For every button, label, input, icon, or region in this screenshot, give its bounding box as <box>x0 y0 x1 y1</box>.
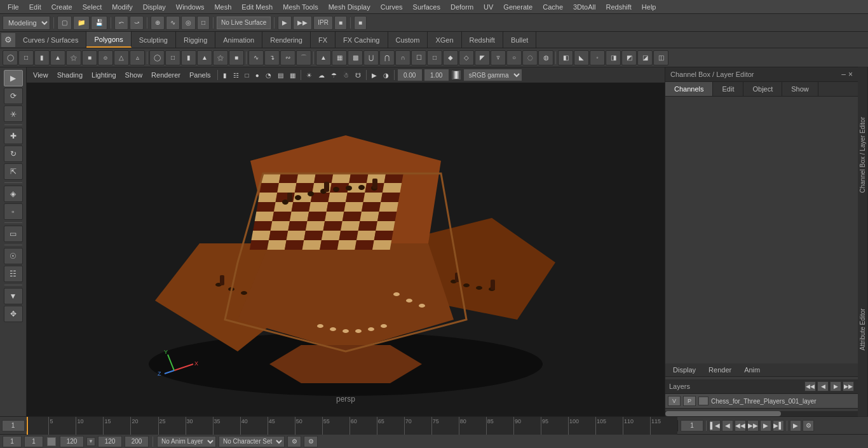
select-tool[interactable]: ▶ <box>4 70 23 86</box>
menu-file[interactable]: File <box>3 2 24 12</box>
subdiv-cube-button[interactable]: □ <box>165 50 180 65</box>
layer-last-button[interactable]: ▶▶ <box>843 381 854 391</box>
new-scene-button[interactable]: ▢ <box>57 16 72 30</box>
vp-val2-input[interactable] <box>424 69 449 81</box>
bezier-curve-button[interactable]: ∾ <box>280 50 295 65</box>
tab-rigging[interactable]: Rigging <box>176 32 215 48</box>
anim-extra-btn[interactable]: ⚙ <box>304 436 318 447</box>
anim-end2-input[interactable] <box>125 436 149 447</box>
snap-grid-button[interactable]: ⊕ <box>151 16 165 30</box>
tab-edit[interactable]: Edit <box>713 82 743 96</box>
combine-button[interactable]: ☐ <box>411 50 426 65</box>
retopo-button[interactable]: ◌ <box>522 50 538 65</box>
no-anim-layer-select[interactable]: No Anim Layer <box>157 436 216 447</box>
soft-mod-tool[interactable]: ◈ <box>4 186 23 202</box>
subdiv-button[interactable]: ◇ <box>459 50 474 65</box>
vp-texture-icon[interactable]: ▤ <box>275 69 286 81</box>
menu-uv[interactable]: UV <box>478 2 498 12</box>
tab-settings-button[interactable]: ⚙ <box>1 33 15 47</box>
play-back-button[interactable]: ◀◀ <box>735 420 746 431</box>
vp-camera-icon[interactable]: ▮ <box>220 69 229 81</box>
layer-playback-button[interactable]: P <box>683 396 696 406</box>
timeline-start-frame[interactable] <box>2 420 25 431</box>
menu-create[interactable]: Create <box>46 2 78 12</box>
disc-button[interactable]: ⌾ <box>98 50 113 65</box>
bridge-button[interactable]: ▦ <box>332 50 347 65</box>
vp-light1-icon[interactable]: ☀ <box>304 69 315 81</box>
gamma-select[interactable]: sRGB gamma <box>463 69 522 81</box>
tab-fx[interactable]: FX <box>311 32 336 48</box>
show-manip-tool[interactable]: ▫ <box>4 203 23 220</box>
wedge-button[interactable]: ◫ <box>653 50 668 65</box>
ipr-button[interactable]: IPR <box>313 16 333 30</box>
vp-grid-icon[interactable]: ☷ <box>231 69 241 81</box>
multi-cut-button[interactable]: ◨ <box>606 50 621 65</box>
torus-button[interactable]: ⚝ <box>66 50 81 65</box>
vp-show-menu[interactable]: Show <box>121 68 147 82</box>
tab-xgen[interactable]: XGen <box>428 32 461 48</box>
loop-button[interactable]: ▶ <box>790 420 801 431</box>
tab-curves-surfaces[interactable]: Curves / Surfaces <box>15 32 86 48</box>
cube-button[interactable]: □ <box>18 50 34 65</box>
snap-mode-button[interactable]: ☉ <box>4 248 23 264</box>
current-frame-input[interactable] <box>681 420 703 431</box>
smooth-button[interactable]: ◆ <box>443 50 458 65</box>
display-sub-tab[interactable]: Display <box>668 365 701 375</box>
panel-close-button[interactable]: × <box>848 70 853 79</box>
menu-cache[interactable]: Cache <box>538 2 568 12</box>
fill-hole-button[interactable]: ◣ <box>574 50 589 65</box>
layer-item[interactable]: V P Chess_for_Three_Players_001_layer <box>665 394 858 409</box>
append-button[interactable]: ◧ <box>558 50 573 65</box>
tab-object[interactable]: Object <box>743 82 782 96</box>
menu-deform[interactable]: Deform <box>445 2 478 12</box>
tab-redshift[interactable]: Redshift <box>462 32 503 48</box>
goto-end-button[interactable]: ▶▌ <box>773 420 784 431</box>
anim-sub-tab[interactable]: Anim <box>739 365 765 375</box>
layer-next-button[interactable]: ▶ <box>830 381 841 391</box>
play-forward-button[interactable]: ▶▶ <box>747 420 759 431</box>
current-frame-input-2[interactable] <box>24 436 43 447</box>
workspace-select[interactable]: Modeling <box>3 16 50 30</box>
bool-inter-button[interactable]: ∩ <box>395 50 410 65</box>
render-settings-button[interactable]: ▶ <box>278 16 292 30</box>
goto-start-button[interactable]: ▌◀ <box>709 420 721 431</box>
vp-panels-menu[interactable]: Panels <box>186 68 215 82</box>
tab-show[interactable]: Show <box>782 82 818 96</box>
plane-button[interactable]: ■ <box>82 50 97 65</box>
vp-playblast-icon[interactable]: ▶ <box>369 69 379 81</box>
menu-mesh-display[interactable]: Mesh Display <box>323 2 376 12</box>
tab-rendering[interactable]: Rendering <box>262 32 311 48</box>
menu-windows[interactable]: Windows <box>171 2 210 12</box>
subdiv-torus-button[interactable]: ⚝ <box>213 50 228 65</box>
bool-union-button[interactable]: ⋃ <box>363 50 379 65</box>
tab-fx-caching[interactable]: FX Caching <box>336 32 388 48</box>
menu-edit-mesh[interactable]: Edit Mesh <box>236 2 278 12</box>
layer-scrollbar-thumb[interactable] <box>665 411 781 416</box>
layer-scrollbar[interactable] <box>665 411 858 416</box>
step-back-button[interactable]: ◀ <box>722 420 733 431</box>
target-weld-button[interactable]: ◦ <box>590 50 605 65</box>
mirror-button[interactable]: ◤ <box>475 50 490 65</box>
menu-modify[interactable]: Modify <box>107 2 137 12</box>
scale-tool[interactable]: ⇱ <box>4 163 23 180</box>
range-end-input[interactable] <box>60 436 84 447</box>
connect-button[interactable]: ◩ <box>621 50 637 65</box>
menu-redshift[interactable]: Redshift <box>600 2 636 12</box>
nav-button[interactable]: ✥ <box>4 306 23 322</box>
prism-button[interactable]: △ <box>114 50 129 65</box>
arc-button[interactable]: ⌒ <box>296 50 311 65</box>
step-forward-button[interactable]: ▶ <box>760 420 771 431</box>
viewport[interactable]: View Shading Lighting Show Renderer Pane… <box>27 67 665 416</box>
render-region-button[interactable]: ■ <box>334 16 347 30</box>
tab-bullet[interactable]: Bullet <box>503 32 537 48</box>
marquee-select-tool[interactable]: ▭ <box>4 226 23 242</box>
move-tool[interactable]: ✚ <box>4 128 23 144</box>
tab-custom[interactable]: Custom <box>388 32 428 48</box>
undo-button[interactable]: ⤺ <box>114 16 128 30</box>
poke-button[interactable]: ◪ <box>637 50 653 65</box>
sphere-button[interactable]: ◯ <box>3 50 18 65</box>
panel-minimize-button[interactable]: – <box>841 70 846 79</box>
redo-button[interactable]: ⤻ <box>130 16 144 30</box>
rotate-tool[interactable]: ↻ <box>4 146 23 162</box>
vp-shaded-wire-icon[interactable]: ◔ <box>263 69 274 81</box>
